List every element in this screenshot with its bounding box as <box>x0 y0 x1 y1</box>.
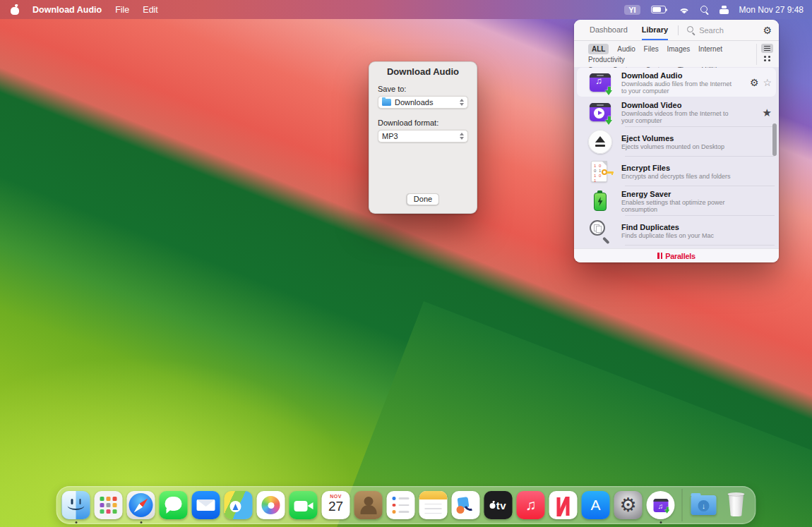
dock-maps[interactable] <box>223 490 254 521</box>
dock-app-store[interactable]: A <box>580 490 611 521</box>
dock-downloads-folder[interactable]: ↓ <box>688 490 720 521</box>
tool-row-eject-volumes[interactable]: Eject Volumes Ejects volumes mounted on … <box>574 127 779 157</box>
screen: Download Audio File Edit YI Mon Nov 27 9… <box>0 0 812 527</box>
download-format-label: Download format: <box>378 119 468 127</box>
download-arrow-icon <box>664 507 669 514</box>
filter-all[interactable]: ALL <box>588 44 609 54</box>
gear-icon: ⚙ <box>619 496 636 515</box>
dock-safari[interactable] <box>126 490 157 521</box>
dock-trash[interactable] <box>721 490 752 521</box>
tool-title: Energy Saver <box>621 190 734 198</box>
stepper-icon <box>460 133 464 140</box>
menu-file[interactable]: File <box>115 5 129 15</box>
menu-app-name[interactable]: Download Audio <box>32 5 102 15</box>
tab-library[interactable]: Library <box>642 20 668 40</box>
find-duplicates-icon <box>588 219 612 243</box>
dock-music[interactable]: ♫ <box>515 490 547 521</box>
parallels-logo-icon <box>657 253 662 259</box>
tool-settings-gear-icon[interactable]: ⚙ <box>750 78 759 87</box>
dock-mail[interactable] <box>191 490 222 521</box>
tool-row-energy-saver[interactable]: Energy Saver Enables settings that optim… <box>574 186 779 216</box>
dock-calendar[interactable]: NOV 27 <box>321 490 352 521</box>
favorite-star-filled-icon[interactable]: ★ <box>763 107 772 118</box>
tool-title: Download Video <box>621 101 734 109</box>
tool-description: Enables settings that optimize power con… <box>621 199 734 214</box>
filter-productivity[interactable]: Productivity <box>588 54 625 65</box>
dock-contacts[interactable] <box>353 490 384 521</box>
dialog-title: Download Audio <box>369 62 477 77</box>
download-arrow-icon <box>605 116 613 126</box>
menu-edit[interactable]: Edit <box>143 5 158 15</box>
tool-row-encrypt-files[interactable]: 1 0 0 1 1 0 1 Encrypt Files Encrypts and… <box>574 157 779 186</box>
done-button[interactable]: Done <box>407 193 439 205</box>
download-format-select[interactable]: MP3 <box>378 130 468 143</box>
search-icon <box>687 26 695 34</box>
calendar-month: NOV <box>322 494 350 499</box>
tool-list: ♫ Download Audio Downloads audio files f… <box>574 68 779 248</box>
dock-finder[interactable] <box>61 490 92 521</box>
list-view-icon[interactable] <box>761 44 773 53</box>
tool-row-download-audio[interactable]: ♫ Download Audio Downloads audio files f… <box>574 68 779 97</box>
energy-saver-icon <box>588 189 612 213</box>
save-to-label: Save to: <box>378 85 468 93</box>
tool-title: Eject Volumes <box>621 134 734 143</box>
filter-images[interactable]: Images <box>667 44 691 54</box>
spotlight-search-icon[interactable] <box>700 6 709 14</box>
dock-apple-tv[interactable]: tv <box>483 490 514 521</box>
dock-reminders[interactable] <box>386 490 417 521</box>
toolbox-panel: Dashboard Library ⚙ ALL Audio Files Imag… <box>574 20 779 262</box>
tab-dashboard[interactable]: Dashboard <box>590 20 628 40</box>
panel-settings-gear-icon[interactable]: ⚙ <box>763 25 779 35</box>
favorite-star-icon[interactable]: ☆ <box>763 78 772 87</box>
dock-freeform[interactable] <box>450 490 482 521</box>
dock-download-audio[interactable]: ♫ <box>645 490 676 521</box>
panel-footer: Parallels <box>574 248 779 262</box>
eject-volumes-icon <box>588 130 612 154</box>
wifi-icon[interactable] <box>679 6 690 14</box>
download-audio-dialog: Download Audio Save to: Downloads Downlo… <box>369 61 477 214</box>
save-to-select[interactable]: Downloads <box>378 96 468 109</box>
dock-news[interactable] <box>548 490 579 521</box>
download-audio-icon: ♫ <box>588 71 612 95</box>
battery-icon[interactable] <box>651 6 668 13</box>
tool-description: Downloads videos from the Internet to yo… <box>621 110 734 125</box>
tool-title: Encrypt Files <box>621 164 734 172</box>
download-format-value: MP3 <box>382 132 398 140</box>
tool-row-download-video[interactable]: Download Video Downloads videos from the… <box>574 97 779 127</box>
filter-internet[interactable]: Internet <box>698 44 722 54</box>
search-box[interactable] <box>687 20 761 40</box>
save-to-value: Downloads <box>395 98 433 107</box>
view-toggles <box>756 44 773 65</box>
tool-description: Ejects volumes mounted on Desktop <box>621 143 734 151</box>
dock-system-settings[interactable]: ⚙ <box>613 490 644 521</box>
grid-view-icon[interactable] <box>761 56 773 62</box>
dock-photos[interactable] <box>256 490 287 521</box>
filter-audio[interactable]: Audio <box>617 44 635 54</box>
dock-notes[interactable] <box>418 490 449 521</box>
dock-messages[interactable] <box>158 490 189 521</box>
tool-description: Finds duplicate files on your Mac <box>621 232 734 240</box>
search-input[interactable] <box>699 26 761 35</box>
dock-facetime[interactable] <box>288 490 319 521</box>
menu-clock[interactable]: Mon Nov 27 9:48 <box>739 5 804 15</box>
panel-scrollbar[interactable] <box>772 123 777 156</box>
category-filterbar: ALL Audio Files Images Internet Producti… <box>574 41 779 67</box>
input-source-badge[interactable]: YI <box>624 5 640 15</box>
music-note-icon: ♫ <box>525 497 537 514</box>
toolbox-menu-icon[interactable] <box>720 6 729 14</box>
tool-row-find-duplicates[interactable]: Find Duplicates Finds duplicate files on… <box>574 216 779 246</box>
download-arrow-icon <box>605 87 613 96</box>
dock: NOV 27 tv ♫ A ⚙ ♫ ↓ <box>56 486 756 524</box>
header-divider <box>678 25 679 35</box>
filter-files[interactable]: Files <box>644 44 659 54</box>
tool-description: Encrypts and decrypts files and folders <box>621 173 734 181</box>
tool-description: Downloads audio files from the Internet … <box>621 80 734 95</box>
key-icon <box>602 169 614 175</box>
apple-menu-icon[interactable] <box>11 5 19 15</box>
calendar-day: 27 <box>322 499 350 514</box>
dock-launchpad[interactable] <box>93 490 124 521</box>
download-video-icon <box>588 100 612 124</box>
apple-logo-icon <box>490 502 496 509</box>
folder-icon <box>382 99 391 106</box>
tool-title: Find Duplicates <box>621 223 734 231</box>
